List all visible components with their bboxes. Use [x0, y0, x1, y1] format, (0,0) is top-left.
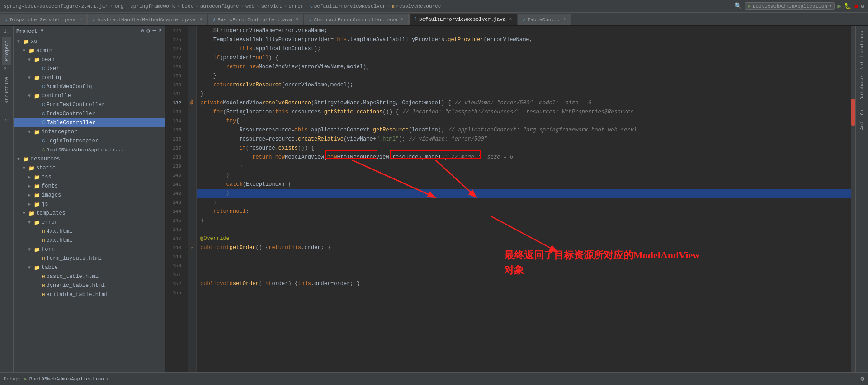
- code-line-142: }: [197, 189, 851, 198]
- tree-item-images[interactable]: ►📁images: [14, 191, 165, 200]
- tree-item-index[interactable]: CIndexController: [14, 109, 165, 118]
- close-icon[interactable]: ×: [79, 17, 82, 22]
- tree-item-controlle[interactable]: ▼📁controlle: [14, 91, 165, 100]
- project-tab-num[interactable]: 1:: [4, 27, 9, 36]
- debug-label: Debug:: [4, 376, 22, 382]
- tree-item-boot05[interactable]: ABoot05WebAdminApplicati...: [14, 146, 165, 155]
- tree-item-xu[interactable]: ▼📁xu: [14, 37, 165, 46]
- right-panel-tabs: Notifications Database Git Ant: [855, 26, 868, 372]
- tree-item-templates[interactable]: ▼📁templates: [14, 209, 165, 218]
- code-line-147: @Override: [197, 234, 851, 243]
- app-icon: ▶: [748, 3, 751, 9]
- code-line-132: private ModelAndView resolveResource(Str…: [197, 99, 851, 108]
- tree-item-bean[interactable]: ▼📁bean: [14, 55, 165, 64]
- tab-tablecon[interactable]: J TableCon... ×: [518, 14, 572, 25]
- tree-item-admin[interactable]: ▼📁admin: [14, 46, 165, 55]
- close-icon[interactable]: ×: [564, 17, 566, 22]
- tree-item-js[interactable]: ►📁js: [14, 200, 165, 209]
- tree-item-formtest[interactable]: CFormTestController: [14, 100, 165, 109]
- sidebar-header: Project ▼ ⊙ ⚙ — ×: [14, 26, 165, 36]
- line-num-129: 129: [165, 71, 184, 80]
- breadcrumb-jar[interactable]: spring-boot-autoconfigure-2.4.1.jar: [4, 4, 108, 9]
- line-num-139: 139: [165, 162, 184, 171]
- tab-defaulterror[interactable]: J DefaultErrorViewResolver.java ×: [409, 14, 517, 25]
- tree-item-config[interactable]: ▼📁config: [14, 73, 165, 82]
- code-line-143: }: [197, 198, 851, 207]
- close-icon[interactable]: ×: [199, 17, 202, 22]
- tab-abstracterror[interactable]: J AbstractErrorController.java ×: [304, 14, 409, 25]
- database-vtab[interactable]: Database: [859, 73, 866, 103]
- debug-app-name[interactable]: Boot05WebAdminApplication: [29, 376, 104, 382]
- settings-icon[interactable]: ⚙: [861, 3, 864, 10]
- run-config-selector[interactable]: ▶ Boot05WebAdminApplication ▼: [745, 2, 835, 10]
- editor-gutter: @ ⚠: [188, 26, 197, 372]
- tree-item-editable-table[interactable]: Heditable_table.html: [14, 290, 165, 299]
- debug-close[interactable]: ×: [106, 376, 109, 382]
- close-icon[interactable]: ×: [296, 17, 298, 22]
- gear-icon[interactable]: ⚙: [146, 28, 150, 34]
- tree-item-basic-table[interactable]: Hbasic_table.html: [14, 272, 165, 281]
- project-label[interactable]: Project: [16, 28, 37, 34]
- tab-basicerror[interactable]: J BasicErrorController.java ×: [208, 14, 303, 25]
- run-button[interactable]: ▶: [837, 2, 841, 10]
- tree-item-table[interactable]: CTableController: [14, 118, 165, 127]
- line-num-125: 125: [165, 35, 184, 44]
- debug-app-icon: ▶: [24, 376, 27, 382]
- scroll-thumb[interactable]: [851, 99, 855, 126]
- class-icon: C: [310, 4, 313, 9]
- tree-item-interceptor[interactable]: ▼📁interceptor: [14, 127, 165, 136]
- notifications-vtab[interactable]: Notifications: [859, 28, 866, 72]
- scope-icon[interactable]: ⊙: [141, 28, 144, 34]
- tree-item-fonts[interactable]: ►📁fonts: [14, 182, 165, 191]
- tree-item-table-folder[interactable]: ▼📁table: [14, 263, 165, 272]
- tree-item-dynamic-table[interactable]: Hdynamic_table.html: [14, 281, 165, 290]
- code-line-153: [197, 288, 851, 297]
- code-line-128: return new ModelAndView(errorViewName, m…: [197, 62, 851, 71]
- collapse-icon[interactable]: —: [153, 28, 156, 34]
- tree-item-4xx[interactable]: H4xx.html: [14, 227, 165, 236]
- gear-status-icon[interactable]: ⚙: [861, 375, 864, 383]
- code-line-140: }: [197, 171, 851, 180]
- line-num-135: 135: [165, 126, 184, 135]
- tree-item-error-folder[interactable]: ▼📁error: [14, 218, 165, 227]
- code-lines[interactable]: String errorViewName = error.viewName; T…: [197, 26, 851, 372]
- app-window: spring-boot-autoconfigure-2.4.1.jar › or…: [0, 0, 868, 385]
- tree-item-form-layouts[interactable]: Hform_layouts.html: [14, 254, 165, 263]
- code-line-135: Resource resource = this.applicationCont…: [197, 126, 851, 135]
- tree-item-login[interactable]: CLoginInterceptor: [14, 136, 165, 146]
- stop-button[interactable]: ■: [854, 3, 858, 10]
- debug-button[interactable]: 🐛: [844, 2, 852, 10]
- tree-item-css[interactable]: ►📁css: [14, 173, 165, 182]
- tab-abstracthandler[interactable]: J AbstractHandlerMethodAdapter.java ×: [87, 14, 207, 25]
- tree-item-5xx[interactable]: H5xx.html: [14, 236, 165, 245]
- dropdown-icon: ▼: [829, 4, 831, 9]
- structure-vtab[interactable]: Structure: [2, 73, 11, 107]
- close-icon[interactable]: ×: [509, 17, 512, 22]
- tree-item-user[interactable]: CUser: [14, 64, 165, 73]
- close-sidebar-icon[interactable]: ×: [159, 28, 162, 34]
- main-layout: 1: Project 2: Structure 7: Project ▼ ⊙ ⚙…: [0, 26, 868, 372]
- tree-item-static[interactable]: ▼📁static: [14, 164, 165, 173]
- tree-item-resources[interactable]: ▼📁resources: [14, 155, 165, 164]
- java-file-icon: J: [414, 17, 417, 22]
- line-num-146: 146: [165, 225, 184, 234]
- line-num-136: 136: [165, 135, 184, 144]
- java-file-icon: J: [92, 17, 95, 22]
- search-icon[interactable]: 🔍: [734, 2, 742, 10]
- code-line-155: [197, 306, 851, 315]
- close-icon[interactable]: ×: [401, 17, 404, 22]
- right-scrollbar[interactable]: [851, 26, 855, 372]
- project-vtab[interactable]: Project: [2, 37, 11, 65]
- code-line-137: if (resource.exists()) {: [197, 144, 851, 153]
- line-num-137: 137: [165, 144, 184, 153]
- dropdown-arrow[interactable]: ▼: [41, 28, 43, 33]
- ant-vtab[interactable]: Ant: [859, 118, 866, 133]
- code-editor: 124 125 126 127 128 129 130 131 132 133 …: [165, 26, 855, 372]
- code-line-130: return resolveResource(errorViewName, mo…: [197, 80, 851, 89]
- code-line-154: [197, 297, 851, 306]
- tree-item-adminwebconfig[interactable]: CAdminWebConfig: [14, 82, 165, 91]
- code-container: 124 125 126 127 128 129 130 131 132 133 …: [165, 26, 855, 372]
- tree-item-form-folder[interactable]: ▼📁form: [14, 245, 165, 254]
- tab-dispatcher[interactable]: J DispatcherServlet.java ×: [0, 14, 87, 25]
- git-vtab[interactable]: Git: [859, 103, 866, 118]
